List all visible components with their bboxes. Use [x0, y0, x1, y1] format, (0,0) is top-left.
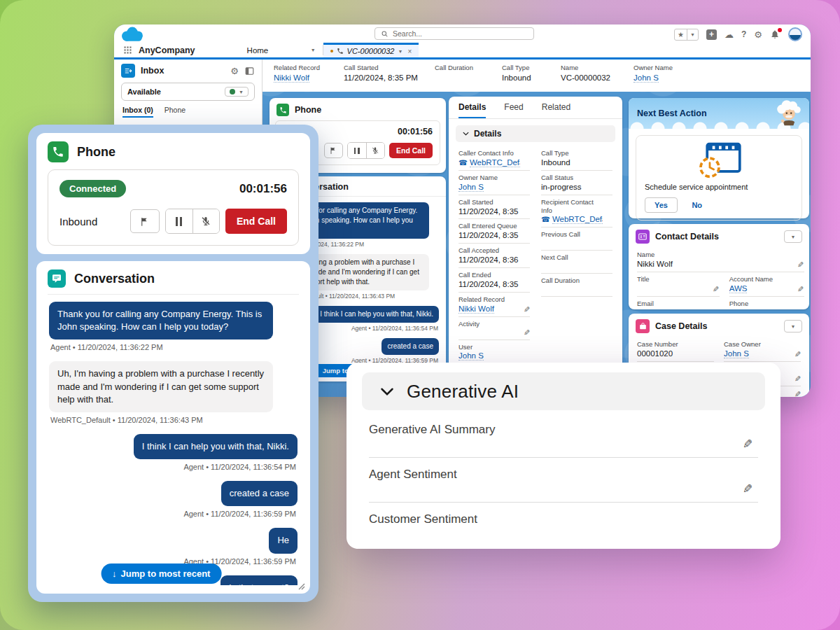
mute-button[interactable] — [366, 143, 384, 158]
edit-icon[interactable]: ✎ — [743, 482, 752, 496]
sidebar-title: Inbox — [141, 66, 225, 76]
edit-icon[interactable]: ✎ — [524, 305, 530, 314]
call-controls-box: Connected 00:01:56 Inbound End Call — [48, 169, 299, 246]
link-user[interactable]: John S — [458, 351, 484, 360]
orchestration-cloud-icon[interactable]: ☁ — [724, 30, 734, 39]
link-phone[interactable]: +16164508505 — [741, 309, 794, 310]
contact-icon — [636, 230, 650, 244]
details-tab-details[interactable]: Details — [458, 102, 486, 118]
hold-mute-group — [347, 142, 385, 159]
presence-status-label: Available — [127, 88, 161, 96]
edit-icon[interactable]: ✎ — [713, 309, 719, 309]
edit-icon[interactable]: ✎ — [797, 260, 804, 270]
link-account-name[interactable]: AWS — [729, 284, 748, 293]
presence-dropdown[interactable]: ▼ — [225, 87, 248, 97]
genai-row-agent-sentiment: Agent Sentiment✎ — [369, 458, 758, 503]
edit-icon[interactable]: ✎ — [794, 350, 801, 359]
message: Uh, I'm having a problem with a purchase… — [49, 361, 298, 424]
presence-status[interactable]: Available ▼ — [121, 83, 255, 101]
link-owner-name[interactable]: John S — [458, 183, 484, 192]
edit-icon[interactable]: ✎ — [794, 390, 801, 397]
case-menu-button[interactable]: ▼ — [784, 320, 802, 332]
value-call-entered-queue: 11/20/2024, 8:35 PM — [458, 231, 520, 239]
details-tab-feed[interactable]: Feed — [504, 102, 523, 118]
field-call-started: Call Started11/20/2024, 8:35 PM — [458, 195, 530, 220]
flag-call-button[interactable] — [324, 143, 343, 158]
edit-icon[interactable]: ✎ — [797, 309, 804, 309]
online-dot-icon — [230, 89, 235, 94]
unsaved-dot-icon — [330, 50, 333, 52]
message: HeAgent • 11/20/2024, 11:36:59 PM — [49, 528, 298, 565]
quick-create-icon[interactable]: + — [706, 29, 717, 40]
phone-widget-title: Phone — [295, 105, 321, 115]
favorites-button[interactable]: ★▼ — [674, 29, 699, 41]
call-header-field-related-record: Related RecordNikki Wolf — [274, 59, 335, 92]
jump-to-most-recent-button[interactable]: ↓Jump to most recent — [101, 564, 221, 584]
link-caller-contact-info[interactable]: WebRTC_Default — [470, 158, 520, 167]
setup-gear-icon[interactable]: ⚙ — [754, 30, 762, 39]
hold-call-button[interactable] — [348, 143, 366, 158]
resize-handle[interactable] — [297, 582, 305, 590]
close-tab-icon[interactable]: × — [407, 48, 412, 55]
tab-home[interactable]: Home ▼ — [240, 43, 323, 57]
global-search-input[interactable]: Search... — [374, 27, 534, 40]
tab-voice-call-record[interactable]: VC-00000032 ▼ × — [323, 43, 419, 57]
omni-channel-sidebar: Inbox ⚙ Available ▼ Inbox (0)Phone — [114, 59, 262, 127]
link-related-record[interactable]: Nikki Wolf — [274, 74, 309, 83]
sidebar-tab-inbox-0[interactable]: Inbox (0) — [122, 106, 153, 118]
recommendation-text: Schedule service appointment — [645, 183, 793, 191]
link-owner-name[interactable]: John S — [634, 74, 659, 83]
generative-ai-section-header[interactable]: Generative AI — [362, 372, 765, 410]
link-recipient-contact-info[interactable]: WebRTC_Default — [552, 215, 603, 224]
user-avatar[interactable] — [788, 27, 802, 41]
hold-mute-group — [165, 209, 220, 234]
edit-icon[interactable]: ✎ — [797, 285, 804, 294]
message-meta: WebRTC_Default • 11/20/2024, 11:36:43 PM — [50, 416, 296, 424]
reject-recommendation-link[interactable]: No — [692, 201, 702, 209]
chevron-down-icon[interactable]: ▼ — [398, 49, 402, 54]
edit-icon[interactable]: ✎ — [743, 437, 752, 451]
field-user: UserJohn S — [458, 340, 530, 365]
notifications-bell-icon[interactable] — [770, 29, 780, 40]
sidebar-tab-phone[interactable]: Phone — [164, 106, 186, 118]
edit-icon[interactable]: ✎ — [713, 285, 719, 294]
value-name: VC-00000032 — [561, 74, 610, 82]
field-activity: Activity✎ — [458, 317, 530, 340]
end-call-button[interactable]: End Call — [225, 209, 287, 234]
help-icon[interactable]: ? — [741, 30, 746, 38]
record-tab-label: VC-00000032 — [347, 47, 395, 55]
inbox-icon — [121, 64, 135, 78]
mute-button[interactable] — [192, 209, 219, 233]
generative-ai-overlay: Generative AI Generative AI Summary✎Agen… — [346, 363, 780, 549]
message-bubble: Is that correct? — [220, 575, 298, 586]
details-tab-related[interactable]: Related — [542, 102, 570, 118]
details-section-header[interactable]: Details — [456, 125, 615, 142]
chevron-down-icon: ▼ — [239, 90, 244, 94]
edit-icon[interactable]: ✎ — [794, 374, 801, 384]
dock-panel-icon[interactable] — [244, 66, 255, 76]
search-placeholder: Search... — [393, 29, 422, 38]
conversation-transcript: Thank you for calling any Company Energy… — [48, 295, 299, 585]
value-call-started: 11/20/2024, 8:35 PM — [344, 74, 418, 82]
link-email[interactable]: nikki.wolf@aws.com — [637, 309, 710, 310]
link-case-owner[interactable]: John S — [724, 349, 749, 358]
next-best-action-panel: Next Best Action Schedule service appoin… — [629, 98, 809, 218]
case-details-title: Case Details — [655, 321, 707, 331]
end-call-button[interactable]: End Call — [389, 143, 433, 158]
call-direction-label: Inbound — [59, 216, 97, 227]
chevron-down-icon: ▼ — [687, 29, 698, 40]
edit-icon[interactable]: ✎ — [524, 328, 530, 337]
message-bubble: I think I can help you with that, Nikki. — [134, 434, 298, 459]
contact-menu-button[interactable]: ▼ — [784, 230, 802, 243]
call-timer: 00:01:56 — [239, 182, 287, 196]
sidebar-gear-icon[interactable]: ⚙ — [230, 66, 239, 76]
value-call-type: Inbound — [502, 74, 531, 82]
link-related-record[interactable]: Nikki Wolf — [458, 304, 494, 314]
contact-fields: NameNikki Wolf✎Title✎Account NameAWS✎Ema… — [629, 248, 809, 309]
hold-call-button[interactable] — [166, 209, 192, 233]
accept-recommendation-button[interactable]: Yes — [645, 197, 678, 213]
desktop-background: Search... ★▼ + ☁ ? ⚙ AnyCompany Home ▼ — [0, 0, 840, 630]
case-icon — [636, 319, 650, 333]
flag-call-button[interactable] — [130, 209, 160, 233]
app-launcher-icon[interactable] — [122, 45, 133, 55]
